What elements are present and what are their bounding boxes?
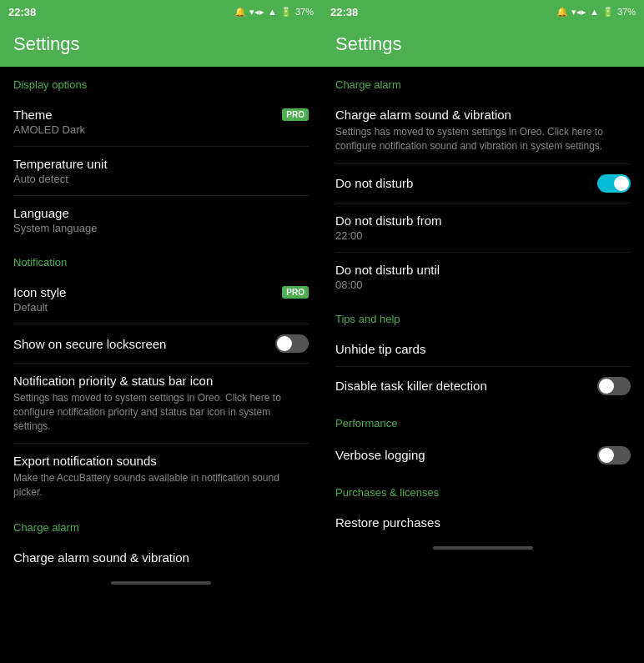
settings-item-dnd-from[interactable]: Do not disturb from 22:00 — [322, 203, 644, 252]
task-killer-title: Disable task killer detection — [335, 379, 487, 393]
settings-item-dnd[interactable]: Do not disturb — [322, 164, 644, 203]
unhide-tips-title: Unhide tip cards — [335, 342, 631, 356]
settings-item-theme[interactable]: Theme PRO AMOLED Dark — [0, 98, 322, 146]
section-header-charge-alarm-left: Charge alarm — [0, 510, 322, 540]
settings-item-restore-purchases[interactable]: Restore purchases — [322, 505, 644, 540]
left-panel: 22:38 🔔 ▾◂▸ ▲ 🔋 37% Settings Display opt… — [0, 0, 322, 663]
right-settings-content[interactable]: Charge alarm Charge alarm sound & vibrat… — [322, 67, 644, 663]
section-header-notification: Notification — [0, 244, 322, 275]
section-header-performance: Performance — [322, 405, 644, 436]
left-page-title: Settings — [13, 33, 309, 55]
notif-priority-desc: Settings has moved to system settings in… — [13, 391, 309, 433]
bottom-nav-bar-left — [111, 581, 211, 585]
left-status-icons: 🔔 ▾◂▸ ▲ 🔋 37% — [234, 7, 314, 18]
settings-item-language[interactable]: Language System language — [0, 196, 322, 244]
section-header-charge-alarm: Charge alarm — [322, 67, 644, 98]
notification-icon: 🔔 — [234, 7, 246, 18]
verbose-logging-toggle[interactable] — [597, 446, 631, 465]
charge-alarm-sound-title: Charge alarm sound & vibration — [335, 108, 631, 122]
language-subtitle: System language — [13, 222, 309, 234]
restore-purchases-title: Restore purchases — [335, 515, 631, 530]
right-page-title: Settings — [335, 33, 631, 55]
settings-item-icon-style[interactable]: Icon style PRO Default — [0, 275, 322, 324]
theme-subtitle: AMOLED Dark — [13, 123, 309, 136]
charge-alarm-sound-title-left: Charge alarm sound & vibration — [13, 550, 309, 565]
battery-icon: 🔋 — [280, 7, 292, 18]
right-status-time: 22:38 — [330, 6, 358, 18]
dnd-toggle[interactable] — [597, 174, 631, 193]
dnd-until-value: 08:00 — [335, 279, 631, 291]
left-status-bar: 22:38 🔔 ▾◂▸ ▲ 🔋 37% — [0, 0, 322, 23]
theme-title: Theme — [13, 108, 53, 122]
settings-item-task-killer[interactable]: Disable task killer detection — [322, 367, 644, 405]
temp-title: Temperature unit — [13, 157, 309, 171]
dnd-from-value: 22:00 — [335, 229, 631, 242]
notif-priority-title: Notification priority & status bar icon — [13, 374, 309, 388]
task-killer-toggle[interactable] — [597, 377, 631, 395]
settings-item-dnd-until[interactable]: Do not disturb until 08:00 — [322, 253, 644, 301]
bottom-nav-bar-right — [433, 546, 533, 550]
lockscreen-toggle[interactable] — [275, 334, 309, 353]
left-app-header: Settings — [0, 23, 322, 67]
settings-item-unhide-tips[interactable]: Unhide tip cards — [322, 332, 644, 366]
section-header-display: Display options — [0, 67, 322, 98]
left-battery-text: 37% — [295, 7, 314, 17]
section-header-purchases: Purchases & licenses — [322, 475, 644, 505]
dnd-until-title: Do not disturb until — [335, 263, 631, 277]
icon-style-subtitle: Default — [13, 301, 309, 314]
icon-style-title: Icon style — [13, 285, 66, 299]
right-status-bar: 22:38 🔔 ▾◂▸ ▲ 🔋 37% — [322, 0, 644, 23]
wifi-icon: ▾◂▸ — [249, 7, 264, 18]
dnd-from-title: Do not disturb from — [335, 213, 631, 228]
right-notification-icon: 🔔 — [556, 7, 568, 18]
settings-item-export-sounds[interactable]: Export notification sounds Make the Accu… — [0, 444, 322, 510]
signal-icon: ▲ — [268, 7, 277, 17]
right-wifi-icon: ▾◂▸ — [571, 7, 586, 18]
theme-pro-badge: PRO — [282, 108, 309, 121]
settings-item-notif-priority[interactable]: Notification priority & status bar icon … — [0, 364, 322, 443]
language-title: Language — [13, 206, 309, 220]
export-sounds-title: Export notification sounds — [13, 454, 309, 468]
right-app-header: Settings — [322, 23, 644, 67]
settings-item-temp[interactable]: Temperature unit Auto detect — [0, 147, 322, 195]
export-sounds-desc: Make the AccuBattery sounds available in… — [13, 471, 309, 500]
right-battery-icon: 🔋 — [602, 7, 614, 18]
settings-item-charge-alarm-sound[interactable]: Charge alarm sound & vibration Settings … — [322, 98, 644, 163]
lockscreen-title: Show on secure lockscreen — [13, 337, 166, 351]
settings-item-verbose-logging[interactable]: Verbose logging — [322, 436, 644, 475]
dnd-title: Do not disturb — [335, 176, 413, 190]
icon-style-pro-badge: PRO — [282, 286, 309, 299]
right-status-icons: 🔔 ▾◂▸ ▲ 🔋 37% — [556, 7, 636, 18]
left-status-time: 22:38 — [8, 6, 36, 18]
right-panel: 22:38 🔔 ▾◂▸ ▲ 🔋 37% Settings Charge alar… — [322, 0, 644, 663]
right-signal-icon: ▲ — [590, 7, 599, 17]
right-battery-text: 37% — [617, 7, 636, 17]
section-header-tips: Tips and help — [322, 301, 644, 332]
left-settings-content[interactable]: Display options Theme PRO AMOLED Dark Te… — [0, 67, 322, 663]
settings-item-lockscreen[interactable]: Show on secure lockscreen — [0, 324, 322, 363]
temp-subtitle: Auto detect — [13, 173, 309, 185]
charge-alarm-sound-desc: Settings has moved to system settings in… — [335, 125, 631, 153]
verbose-logging-title: Verbose logging — [335, 448, 425, 462]
settings-item-charge-alarm-sound-left[interactable]: Charge alarm sound & vibration — [0, 540, 322, 575]
